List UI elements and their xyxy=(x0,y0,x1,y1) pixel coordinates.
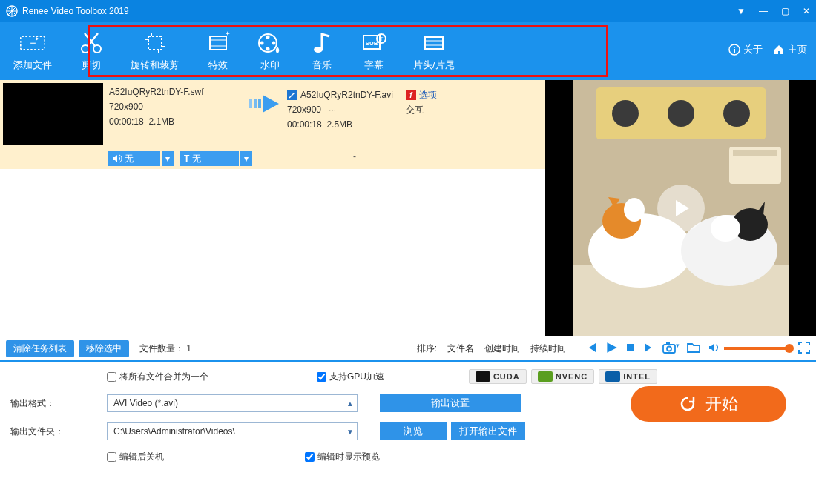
nvenc-badge: NVENC xyxy=(531,369,595,384)
dash-placeholder: - xyxy=(295,151,414,166)
player-controls: ▾ xyxy=(585,341,810,357)
start-label: 开始 xyxy=(705,393,738,415)
source-dimensions: 720x900 xyxy=(109,99,243,114)
info-icon xyxy=(728,44,740,56)
sort-by-name[interactable]: 文件名 xyxy=(447,342,474,355)
next-button[interactable] xyxy=(643,342,655,356)
intro-outro-label: 片头/片尾 xyxy=(413,59,455,72)
subtitle-label: 字幕 xyxy=(364,59,384,72)
sort-label: 排序: xyxy=(417,342,437,355)
svg-point-31 xyxy=(668,100,694,127)
home-link[interactable]: 主页 xyxy=(773,43,807,56)
about-link[interactable]: 关于 xyxy=(728,43,763,56)
output-folder-combo[interactable]: C:\Users\Administrator\Videos\ ▼ xyxy=(107,422,358,440)
preview-frame[interactable] xyxy=(573,80,789,336)
minimize-button[interactable]: — xyxy=(759,6,768,16)
open-folder-button[interactable] xyxy=(687,342,700,356)
open-output-button[interactable]: 打开输出文件 xyxy=(451,422,525,440)
effects-button[interactable]: 特效 xyxy=(192,22,244,80)
stop-button[interactable] xyxy=(625,342,636,355)
clear-list-button[interactable]: 清除任务列表 xyxy=(6,340,74,357)
output-format-combo[interactable]: AVI Video (*.avi) ▲ xyxy=(107,394,358,412)
source-size: 2.1MB xyxy=(148,116,174,127)
play-overlay-button[interactable] xyxy=(657,185,705,232)
svg-point-32 xyxy=(723,100,750,127)
window-title: Renee Video Toolbox 2019 xyxy=(22,6,737,16)
output-more[interactable]: ··· xyxy=(329,105,336,115)
play-button[interactable] xyxy=(605,341,618,357)
chevron-up-icon: ▲ xyxy=(346,399,354,408)
svg-point-43 xyxy=(667,346,671,351)
start-button[interactable]: 开始 xyxy=(631,386,786,422)
intro-outro-button[interactable]: 片头/片尾 xyxy=(400,22,468,80)
rotate-crop-button[interactable]: 旋转和裁剪 xyxy=(117,22,192,80)
shutdown-checkbox[interactable]: 编辑后关机 xyxy=(107,451,164,463)
sort-by-ctime[interactable]: 创建时间 xyxy=(484,342,520,355)
svg-rect-22 xyxy=(254,99,257,108)
svg-point-11 xyxy=(272,42,276,45)
chevron-down-icon[interactable]: ▾ xyxy=(162,151,174,166)
home-icon xyxy=(773,44,785,56)
audio-track-dropdown[interactable]: 无 ▾ xyxy=(108,151,174,166)
options-link[interactable]: 选项 xyxy=(419,87,437,102)
intel-badge: INTEL xyxy=(599,369,657,384)
file-count-label: 文件数量： xyxy=(139,343,184,354)
svg-point-8 xyxy=(266,36,270,39)
shutdown-label: 编辑后关机 xyxy=(119,451,164,463)
prev-button[interactable] xyxy=(585,342,597,356)
svg-point-4 xyxy=(93,45,101,53)
file-row[interactable]: A52IuQRyR2tnDY-F.swf 720x900 00:00:18 2.… xyxy=(0,80,545,150)
rotate-crop-label: 旋转和裁剪 xyxy=(131,59,179,72)
output-filename: A52IuQRyR2tnDY-F.avi xyxy=(300,87,393,102)
add-file-button[interactable]: ＋ 添加文件 xyxy=(0,22,65,80)
dropdown-icon[interactable]: ▼ xyxy=(737,6,746,16)
output-format-value: AVI Video (*.avi) xyxy=(113,398,178,408)
volume-icon[interactable] xyxy=(708,342,720,356)
gpu-checkbox[interactable]: 支持GPU加速 xyxy=(317,371,384,383)
subtitle-track-dropdown[interactable]: T无 ▾ xyxy=(180,151,252,166)
chevron-down-icon[interactable]: ▾ xyxy=(240,151,252,166)
scissors-icon xyxy=(79,30,104,56)
about-label: 关于 xyxy=(743,43,763,56)
file-count-value: 1 xyxy=(186,343,191,354)
merge-checkbox[interactable]: 将所有文件合并为一个 xyxy=(107,371,208,383)
svg-rect-21 xyxy=(249,99,252,108)
fullscreen-button[interactable] xyxy=(798,342,810,356)
add-file-label: 添加文件 xyxy=(13,59,52,72)
music-button[interactable]: 音乐 xyxy=(296,22,348,80)
film-sparkle-icon xyxy=(205,30,231,56)
speaker-icon xyxy=(113,154,122,163)
slides-icon xyxy=(421,30,447,56)
convert-arrow-icon xyxy=(243,80,287,114)
edit-icon[interactable] xyxy=(287,90,297,100)
home-label: 主页 xyxy=(788,43,807,56)
snapshot-button[interactable]: ▾ xyxy=(662,342,680,356)
output-settings-button[interactable]: 输出设置 xyxy=(380,394,521,412)
output-format-label: 输出格式： xyxy=(10,397,99,410)
svg-point-37 xyxy=(624,198,645,222)
volume-slider[interactable] xyxy=(724,347,791,350)
browse-button[interactable]: 浏览 xyxy=(380,422,447,440)
video-thumbnail[interactable] xyxy=(3,83,103,145)
svg-point-3 xyxy=(82,45,89,53)
preview-panel xyxy=(545,80,816,336)
svg-text:＋: ＋ xyxy=(28,37,38,48)
watermark-label: 水印 xyxy=(260,59,280,72)
close-button[interactable]: ✕ xyxy=(803,6,810,16)
sort-by-duration[interactable]: 持续时间 xyxy=(530,342,566,355)
effects-label: 特效 xyxy=(208,59,228,72)
cut-button[interactable]: 剪切 xyxy=(65,22,117,80)
music-note-icon xyxy=(309,30,335,56)
play-icon xyxy=(670,197,692,219)
app-logo-icon xyxy=(6,5,18,17)
source-info: A52IuQRyR2tnDY-F.swf 720x900 00:00:18 2.… xyxy=(109,80,243,133)
gpu-label: 支持GPU加速 xyxy=(329,371,384,383)
remove-selected-button[interactable]: 移除选中 xyxy=(79,340,129,357)
svg-point-30 xyxy=(612,100,639,127)
source-duration: 00:00:18 xyxy=(109,116,144,127)
watermark-button[interactable]: 水印 xyxy=(244,22,296,80)
maximize-button[interactable]: ▢ xyxy=(781,6,789,16)
svg-rect-44 xyxy=(666,342,670,345)
preview-checkbox[interactable]: 编辑时显示预览 xyxy=(305,451,380,463)
subtitle-button[interactable]: SUBT 字幕 xyxy=(348,22,400,80)
